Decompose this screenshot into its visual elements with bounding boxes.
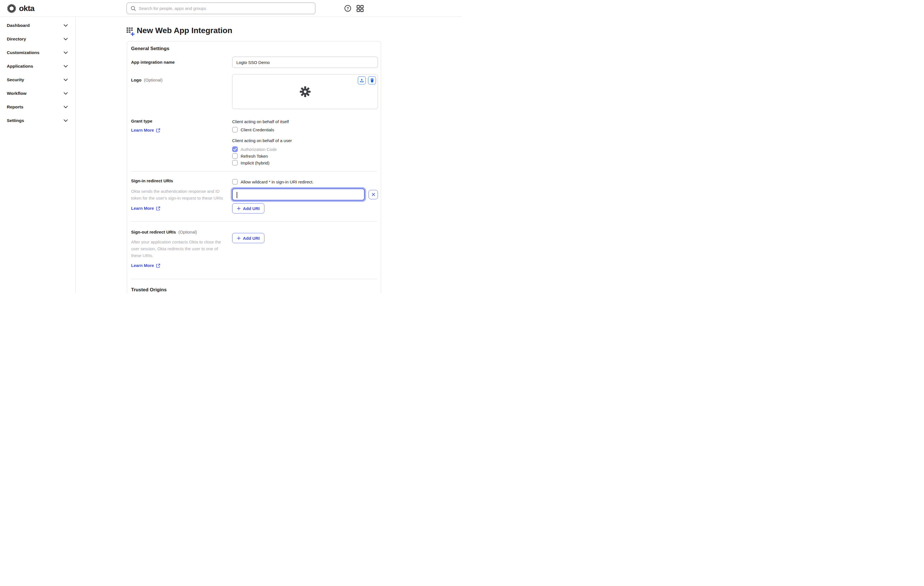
heading-trusted-origins: Trusted Origins [131, 287, 377, 293]
external-link-icon [156, 206, 160, 211]
trash-icon [370, 78, 374, 83]
help-button[interactable]: ? [344, 5, 351, 12]
okta-admin-screen: okta ? [0, 0, 462, 293]
sidebar-item-workflow[interactable]: Workflow [0, 87, 75, 100]
sidebar-item-settings[interactable]: Settings [0, 114, 75, 127]
grant-group-user-title: Client acting on behalf of a user [232, 138, 378, 144]
plus-icon [237, 207, 241, 210]
signout-redirect-label: Sign-out redirect URIs [131, 229, 176, 234]
apps-grid-icon [356, 5, 364, 12]
sidebar-item-reports[interactable]: Reports [0, 100, 75, 114]
global-search[interactable] [127, 3, 315, 14]
sidebar-item-directory[interactable]: Directory [0, 32, 75, 46]
chevron-down-icon [64, 24, 68, 26]
signout-learn-more-link[interactable]: Learn More [131, 263, 160, 268]
external-link-icon [156, 264, 160, 268]
app-integration-name-label: App integration name [131, 60, 175, 64]
heading-general-settings: General Settings [131, 46, 377, 51]
chevron-down-icon [64, 106, 68, 108]
logo-row: Logo (Optional) [131, 74, 377, 109]
header-icons: ? [344, 0, 364, 17]
grant-option-authorization-code: Authorization Code [232, 146, 378, 153]
signin-redirect-row: Sign-in redirect URIs Okta sends the aut… [131, 178, 377, 213]
search-icon [130, 6, 136, 12]
signin-add-uri-button[interactable]: Add URI [232, 203, 264, 213]
signin-helper-text: Okta sends the authentication response a… [131, 188, 224, 201]
logo-preview [232, 74, 378, 109]
signout-redirect-row: Sign-out redirect URIs (Optional) After … [131, 229, 377, 268]
signin-learn-more-link[interactable]: Learn More [131, 206, 160, 211]
grant-type-learn-more-link[interactable]: Learn More [131, 127, 160, 133]
section-divider [131, 221, 377, 222]
page-title-row: New Web App Integration [127, 26, 233, 35]
logo-label: Logo [131, 78, 142, 83]
checkbox-client-credentials[interactable] [232, 127, 238, 132]
grant-option-client-credentials: Client Credentials [232, 126, 378, 133]
page-title: New Web App Integration [137, 26, 233, 35]
signout-add-uri-button[interactable]: Add URI [232, 233, 264, 243]
plus-icon [130, 32, 135, 36]
plus-icon [237, 236, 241, 240]
apps-grid-button[interactable] [356, 5, 364, 12]
okta-wordmark: okta [19, 4, 34, 13]
close-icon [371, 193, 375, 196]
grant-type-row: Grant type Learn More Client [131, 119, 377, 166]
upload-icon [360, 78, 364, 83]
chevron-down-icon [64, 119, 68, 122]
section-divider [131, 171, 377, 172]
grant-option-implicit-hybrid: Implicit (hybrid) [232, 159, 378, 166]
wildcard-option: Allow wildcard * in sign-in URI redirect… [232, 178, 378, 185]
checkbox-authorization-code [232, 146, 238, 152]
svg-text:?: ? [347, 6, 349, 10]
app-integration-name-input[interactable] [232, 57, 378, 68]
sidebar-item-applications[interactable]: Applications [0, 59, 75, 73]
chevron-down-icon [64, 79, 68, 81]
new-app-icon [127, 28, 134, 35]
signin-uri-input[interactable] [232, 188, 365, 200]
chevron-down-icon [64, 65, 68, 68]
top-bar: okta ? [0, 0, 462, 17]
help-icon: ? [344, 5, 351, 12]
chevron-down-icon [64, 38, 68, 40]
check-icon [233, 148, 237, 151]
checkbox-refresh-token[interactable] [232, 153, 238, 159]
sidebar-item-security[interactable]: Security [0, 73, 75, 87]
gear-icon [300, 86, 311, 97]
chevron-down-icon [64, 51, 68, 54]
clear-uri-button[interactable] [369, 190, 378, 199]
signout-helper-text: After your application contacts Okta to … [131, 239, 224, 259]
app-name-row: App integration name [131, 57, 377, 68]
sidebar-item-dashboard[interactable]: Dashboard [0, 19, 75, 32]
grant-option-refresh-token: Refresh Token [232, 153, 378, 159]
wildcard-checkbox[interactable] [232, 179, 238, 185]
grant-group-itself-title: Client acting on behalf of itself [232, 119, 378, 125]
okta-logo[interactable]: okta [7, 0, 34, 17]
general-settings-card: General Settings App integration name Lo… [127, 41, 381, 293]
upload-logo-button[interactable] [358, 76, 366, 84]
delete-logo-button[interactable] [368, 76, 376, 84]
checkbox-implicit-hybrid[interactable] [232, 160, 238, 166]
sidebar-nav: Dashboard Directory Customizations Appli… [0, 17, 76, 293]
chevron-down-icon [64, 92, 68, 94]
sidebar-item-customizations[interactable]: Customizations [0, 46, 75, 59]
search-input[interactable] [139, 6, 312, 11]
text-caret [237, 192, 237, 198]
okta-starburst-icon [7, 4, 16, 13]
external-link-icon [156, 128, 160, 132]
signin-redirect-label: Sign-in redirect URIs [131, 178, 173, 183]
grant-type-label: Grant type [131, 119, 152, 124]
